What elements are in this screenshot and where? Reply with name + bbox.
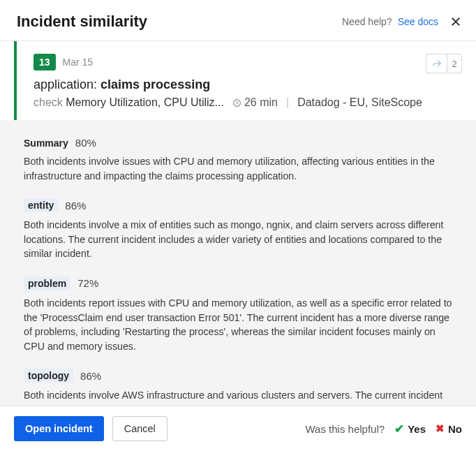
close-icon xyxy=(449,15,462,28)
header-actions: Need help? See docs xyxy=(342,13,462,31)
section-head: problem72% xyxy=(24,276,455,290)
section-percent: 86% xyxy=(80,370,101,382)
clock-icon xyxy=(232,98,241,108)
incident-check-group: check Memory Utilization, CPU Utiliz... xyxy=(34,96,224,109)
need-help-label: Need help? xyxy=(342,16,392,27)
share-button[interactable] xyxy=(426,54,447,73)
section-text: Both incidents involve issues with CPU a… xyxy=(24,154,455,183)
divider: | xyxy=(286,96,289,109)
section-label: problem xyxy=(24,276,70,290)
page-title: Incident similarity xyxy=(17,13,147,31)
share-arrow-icon xyxy=(432,59,442,68)
no-label: No xyxy=(448,423,462,435)
panel-footer: Open incident Cancel Was this helpful? ✔… xyxy=(0,406,476,451)
incident-subrow: check Memory Utilization, CPU Utiliz... … xyxy=(34,96,445,109)
incident-card: 13 Mar 15 2 application: claims processi… xyxy=(14,41,462,120)
incident-title: application: claims processing xyxy=(34,77,445,92)
section-percent: 86% xyxy=(65,200,86,212)
section-text: Both incidents report issues with CPU an… xyxy=(24,296,455,353)
feedback-group: Was this helpful? ✔ Yes ✖ No xyxy=(305,422,462,436)
similarity-section: Summary80%Both incidents involve issues … xyxy=(24,137,455,183)
share-group: 2 xyxy=(426,54,462,73)
section-text: Both incidents involve AWS infrastructur… xyxy=(24,388,455,406)
check-label: check xyxy=(34,96,63,108)
section-head: topology86% xyxy=(24,369,455,383)
similarity-section: topology86%Both incidents involve AWS in… xyxy=(24,369,455,406)
check-icon: ✔ xyxy=(394,422,404,436)
incident-sources: Datadog - EU, SiteScope xyxy=(297,96,422,109)
open-incident-button[interactable]: Open incident xyxy=(14,416,104,441)
cross-icon: ✖ xyxy=(436,422,445,435)
section-head: entity86% xyxy=(24,198,455,212)
close-button[interactable] xyxy=(444,13,462,31)
incident-count-badge: 13 xyxy=(34,54,56,71)
share-count: 2 xyxy=(447,54,462,73)
similarity-body: Summary80%Both incidents involve issues … xyxy=(0,120,476,406)
incident-duration: 26 min xyxy=(232,96,278,109)
yes-label: Yes xyxy=(408,423,426,435)
see-docs-link[interactable]: See docs xyxy=(398,16,438,27)
section-percent: 72% xyxy=(77,277,98,289)
incident-date: Mar 15 xyxy=(63,57,94,68)
duration-value: 26 min xyxy=(244,96,278,109)
section-head: Summary80% xyxy=(24,137,455,149)
section-percent: 80% xyxy=(75,137,96,149)
section-label: entity xyxy=(24,198,58,212)
sections-scroll[interactable]: Summary80%Both incidents involve issues … xyxy=(0,120,476,406)
panel-header: Incident similarity Need help? See docs xyxy=(0,0,476,41)
feedback-no-button[interactable]: ✖ No xyxy=(436,422,462,435)
feedback-yes-button[interactable]: ✔ Yes xyxy=(394,422,426,436)
incident-top-row: 13 Mar 15 xyxy=(34,54,445,71)
helpful-question: Was this helpful? xyxy=(305,423,385,435)
section-text: Both incidents involve a mix of entities… xyxy=(24,218,455,261)
incident-metrics: Memory Utilization, CPU Utiliz... xyxy=(66,96,224,108)
section-label: topology xyxy=(24,369,73,383)
incident-title-label: application: xyxy=(34,77,101,91)
cancel-button[interactable]: Cancel xyxy=(112,416,168,441)
section-label: Summary xyxy=(24,138,68,149)
incident-title-value: claims processing xyxy=(101,77,210,91)
similarity-section: entity86%Both incidents involve a mix of… xyxy=(24,198,455,261)
similarity-section: problem72%Both incidents report issues w… xyxy=(24,276,455,353)
